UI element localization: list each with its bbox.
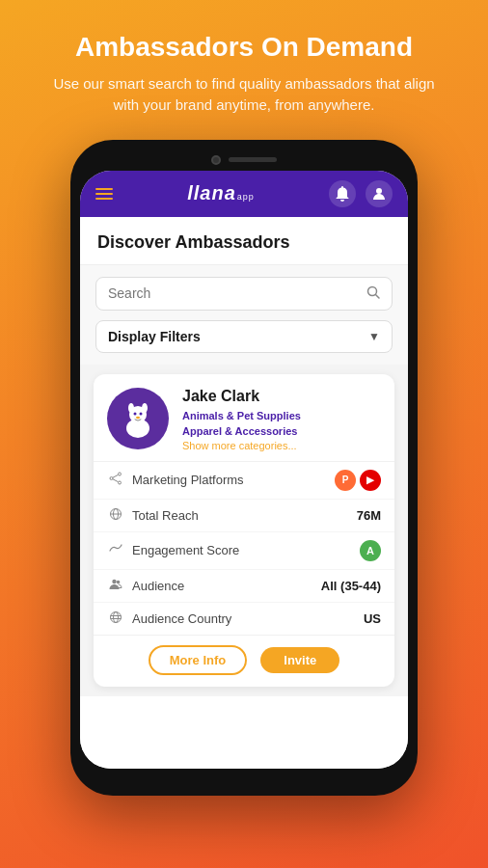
ambassador-card: Jake Clark Animals & Pet Supplies Appare… bbox=[94, 374, 394, 687]
stat-row-audience: Audience All (35-44) bbox=[94, 570, 394, 603]
more-info-button[interactable]: More Info bbox=[149, 645, 248, 675]
audience-icon bbox=[107, 578, 124, 594]
page-title-section: Discover Ambassadors bbox=[80, 217, 408, 265]
svg-point-10 bbox=[119, 473, 122, 475]
svg-line-14 bbox=[113, 479, 119, 482]
svg-point-6 bbox=[142, 403, 148, 413]
notification-bell-icon[interactable] bbox=[329, 180, 356, 207]
nav-icons bbox=[329, 180, 393, 207]
ambassador-info: Jake Clark Animals & Pet Supplies Appare… bbox=[182, 388, 381, 451]
hero-section: Ambassadors On Demand Use our smart sear… bbox=[0, 0, 488, 136]
audience-label: Audience bbox=[132, 579, 313, 593]
total-reach-value: 76M bbox=[357, 508, 381, 523]
share-icon bbox=[107, 472, 124, 488]
show-more-categories-link[interactable]: Show more categories... bbox=[182, 440, 381, 451]
ambassador-category-2: Apparel & Accessories bbox=[182, 423, 381, 440]
svg-point-0 bbox=[376, 188, 382, 194]
hamburger-menu[interactable] bbox=[95, 188, 113, 200]
stat-row-engagement-score: Engagement Score A bbox=[94, 532, 394, 570]
phone-camera bbox=[211, 155, 221, 165]
ambassador-category-1: Animals & Pet Supplies bbox=[182, 408, 381, 424]
card-section: Jake Clark Animals & Pet Supplies Appare… bbox=[80, 365, 408, 696]
page-content: Discover Ambassadors Display F bbox=[80, 217, 408, 769]
reach-icon bbox=[107, 507, 124, 524]
platform-badges: P ▶ bbox=[335, 470, 381, 491]
phone-speaker bbox=[229, 157, 277, 162]
svg-point-18 bbox=[112, 579, 116, 583]
svg-line-13 bbox=[113, 475, 119, 477]
search-icon[interactable] bbox=[366, 285, 380, 302]
svg-point-21 bbox=[114, 611, 119, 622]
svg-point-9 bbox=[136, 416, 140, 418]
filter-label: Display Filters bbox=[108, 329, 201, 344]
engagement-icon bbox=[107, 542, 124, 558]
filter-section: Display Filters ▼ bbox=[80, 311, 408, 365]
avatar bbox=[107, 388, 169, 449]
page-title: Discover Ambassadors bbox=[97, 232, 391, 253]
search-section bbox=[80, 265, 408, 311]
chevron-down-icon: ▼ bbox=[368, 330, 380, 343]
engagement-score-label: Engagement Score bbox=[132, 543, 352, 557]
ambassador-name: Jake Clark bbox=[182, 388, 381, 405]
total-reach-label: Total Reach bbox=[132, 508, 349, 523]
youtube-badge: ▶ bbox=[360, 470, 381, 491]
svg-point-7 bbox=[134, 412, 137, 415]
filter-bar[interactable]: Display Filters ▼ bbox=[95, 320, 393, 353]
globe-icon bbox=[107, 610, 124, 627]
pinterest-badge: P bbox=[335, 470, 356, 491]
hero-title: Ambassadors On Demand bbox=[39, 31, 449, 64]
search-input[interactable] bbox=[108, 285, 366, 301]
engagement-score-badge: A bbox=[360, 540, 381, 561]
svg-line-2 bbox=[376, 294, 380, 298]
app-navbar: llanaapp bbox=[80, 171, 408, 217]
phone-screen: llanaapp Discover Amb bbox=[80, 171, 408, 769]
audience-country-value: US bbox=[364, 611, 381, 626]
svg-point-19 bbox=[117, 580, 121, 583]
svg-point-8 bbox=[140, 412, 143, 415]
svg-point-11 bbox=[110, 477, 113, 480]
user-profile-icon[interactable] bbox=[366, 180, 393, 207]
audience-country-label: Audience Country bbox=[132, 611, 356, 626]
phone-notch bbox=[80, 149, 408, 171]
app-logo: llanaapp bbox=[187, 182, 255, 204]
marketing-platforms-label: Marketing Platforms bbox=[132, 473, 327, 487]
audience-value: All (35-44) bbox=[321, 579, 381, 593]
svg-point-12 bbox=[119, 481, 122, 484]
stat-row-audience-country: Audience Country US bbox=[94, 603, 394, 635]
card-header: Jake Clark Animals & Pet Supplies Appare… bbox=[94, 374, 394, 462]
search-bar bbox=[95, 277, 393, 311]
hero-subtitle: Use our smart search to find quality amb… bbox=[39, 73, 449, 117]
stat-row-total-reach: Total Reach 76M bbox=[94, 500, 394, 532]
svg-point-20 bbox=[111, 611, 122, 622]
invite-button[interactable]: Invite bbox=[260, 647, 339, 673]
svg-point-5 bbox=[128, 403, 134, 413]
phone-shell: llanaapp Discover Amb bbox=[70, 140, 418, 796]
card-stats: Marketing Platforms P ▶ bbox=[94, 462, 394, 635]
stat-row-marketing-platforms: Marketing Platforms P ▶ bbox=[94, 462, 394, 500]
card-actions: More Info Invite bbox=[94, 635, 394, 687]
